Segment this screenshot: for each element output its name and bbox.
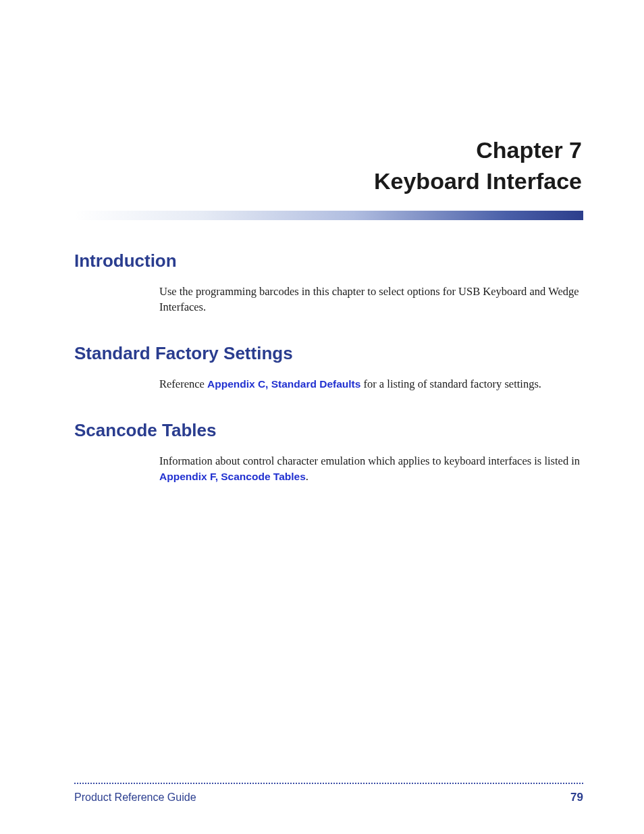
- link-appendix-c[interactable]: Appendix C, Standard Defaults: [207, 378, 360, 390]
- chapter-title: Keyboard Interface: [74, 166, 582, 197]
- text-suffix: .: [306, 470, 308, 483]
- text-suffix: for a listing of standard factory settin…: [360, 377, 541, 390]
- dotted-divider: [74, 783, 583, 784]
- section-heading-introduction: Introduction: [74, 251, 583, 271]
- footer-page-number: 79: [570, 791, 583, 804]
- section-introduction: Introduction Use the programming barcode…: [74, 251, 583, 315]
- section-factory-settings: Standard Factory Settings Reference Appe…: [74, 343, 583, 392]
- section-heading-factory-settings: Standard Factory Settings: [74, 343, 583, 364]
- section-body-introduction: Use the programming barcodes in this cha…: [74, 284, 583, 315]
- text-prefix: Reference: [159, 377, 207, 390]
- section-scancode-tables: Scancode Tables Information about contro…: [74, 420, 583, 484]
- gradient-divider: [74, 211, 583, 220]
- chapter-heading: Chapter 7 Keyboard Interface: [74, 135, 583, 197]
- section-body-factory-settings: Reference Appendix C, Standard Defaults …: [74, 376, 583, 392]
- footer-row: Product Reference Guide 79: [74, 791, 583, 804]
- link-appendix-f[interactable]: Appendix F, Scancode Tables: [159, 471, 306, 482]
- page-content: Chapter 7 Keyboard Interface Introductio…: [0, 0, 644, 484]
- text-prefix: Information about control character emul…: [159, 454, 580, 467]
- section-body-scancode-tables: Information about control character emul…: [74, 453, 583, 484]
- page-footer: Product Reference Guide 79: [74, 783, 583, 804]
- footer-guide-label: Product Reference Guide: [74, 791, 196, 804]
- chapter-number: Chapter 7: [74, 135, 582, 166]
- section-heading-scancode-tables: Scancode Tables: [74, 420, 583, 441]
